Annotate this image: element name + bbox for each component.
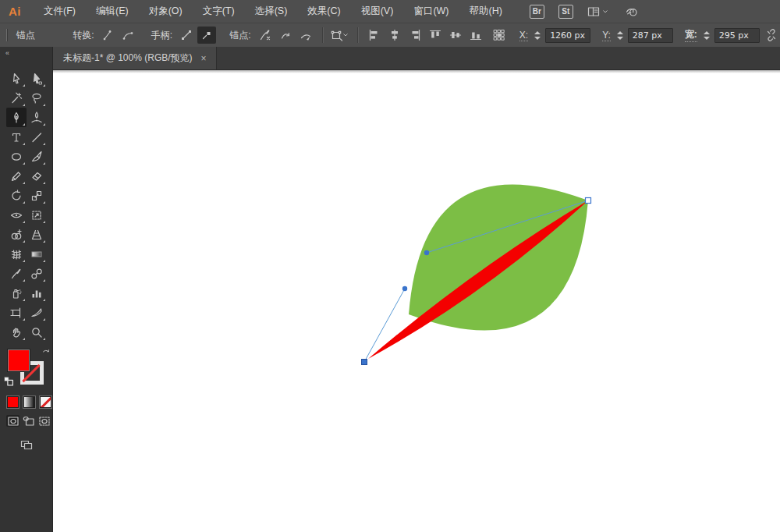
symbol-sprayer-tool[interactable] [6,283,27,303]
panel-grip[interactable] [6,29,7,41]
width-input[interactable] [714,28,760,43]
width-stepper[interactable] [704,28,712,42]
direct-selection-tool[interactable] [27,69,47,88]
rotate-tool[interactable] [6,186,27,205]
lasso-tool[interactable] [27,88,47,108]
artboard-tool[interactable] [6,303,27,322]
gradient-tool[interactable] [27,244,47,264]
convert-smooth-icon [122,29,134,41]
align-right-button[interactable] [406,27,424,44]
y-stepper[interactable] [617,28,626,42]
y-input[interactable] [628,28,673,43]
convert-buttons [98,27,138,44]
menu-item[interactable]: 效果(C) [297,0,350,23]
gradient-button[interactable] [23,396,35,408]
pen-tool[interactable] [6,108,27,127]
paintbrush-tool-icon [30,151,43,163]
hide-handles-button[interactable] [197,27,216,44]
close-icon[interactable]: × [201,54,207,63]
bezier-handle-dot[interactable] [424,250,429,255]
convert-corner-icon [101,29,114,41]
constrain-proportions-button[interactable] [764,27,779,44]
drawing-mode-row [0,415,52,427]
menu-item[interactable]: 对象(O) [139,0,193,23]
publish-icon[interactable] [623,4,640,20]
menu-item[interactable]: 选择(S) [245,0,298,23]
x-stepper[interactable] [534,28,543,42]
show-handles-button[interactable] [177,27,196,44]
draw-normal-button[interactable] [6,415,20,427]
hand-tool[interactable] [6,322,27,342]
width-tool[interactable] [6,205,27,225]
connect-path-button[interactable] [276,27,295,44]
smooth-path-button[interactable] [296,27,315,44]
workspace-switcher[interactable] [587,5,609,18]
draw-behind-button[interactable] [22,415,35,427]
width-label[interactable]: 宽: [685,28,697,42]
menu-item[interactable]: 文件(F) [34,0,86,23]
free-transform-tool[interactable] [27,205,47,225]
separator [357,27,358,43]
align-bottom-button[interactable] [466,27,485,44]
fill-swatch[interactable] [7,349,30,372]
shape-builder-tool[interactable] [6,225,27,244]
pencil-tool[interactable] [6,166,27,186]
align-middle-button[interactable] [446,27,465,44]
menu-item[interactable]: 视图(V) [351,0,404,23]
anchor-point-selected[interactable] [362,360,367,365]
anchor-point[interactable] [586,198,591,204]
cut-path-button[interactable] [256,27,275,44]
bounding-box-button[interactable] [329,27,350,44]
color-fill-button[interactable] [7,396,19,408]
scale-tool[interactable] [27,186,47,205]
ellipse-tool[interactable] [6,147,27,166]
color-mode-row [0,396,52,408]
magic-wand-tool[interactable] [6,88,27,108]
x-field-group: X: [516,28,590,43]
zoom-tool[interactable] [27,322,47,342]
screen-mode-icon[interactable] [18,437,35,452]
x-input[interactable] [545,28,590,43]
selection-tool[interactable] [6,69,27,88]
convert-to-smooth-button[interactable] [119,27,137,44]
draw-inside-button[interactable] [37,415,51,427]
ellipse-tool-icon [10,151,23,163]
reference-point-button[interactable] [492,27,507,44]
mesh-tool[interactable] [6,244,27,264]
bezier-handle-dot[interactable] [402,286,407,291]
paintbrush-tool[interactable] [27,147,47,166]
bezier-handle-line [364,289,405,362]
column-graph-tool[interactable] [27,283,47,303]
slice-tool[interactable] [27,303,47,322]
curvature-tool[interactable] [27,108,47,127]
line-segment-tool[interactable] [27,127,47,147]
y-label[interactable]: Y: [602,30,611,41]
align-center-button[interactable] [385,27,404,44]
default-swatches-icon[interactable] [4,376,14,386]
align-buttons [364,27,486,44]
curvature-tool-icon [30,112,43,124]
align-top-button[interactable] [426,27,445,44]
menu-item[interactable]: 帮助(H) [459,0,512,23]
collapse-chevrons-icon[interactable]: « [0,47,52,59]
document-tab-title: 未标题-1* @ 100% (RGB/预览) [63,51,193,65]
perspective-grid-tool[interactable] [27,225,47,244]
x-label[interactable]: X: [519,30,528,41]
canvas[interactable] [53,70,780,532]
swap-fill-stroke-icon[interactable] [41,348,51,358]
menu-item[interactable]: 文字(T) [193,0,245,23]
stock-button[interactable]: St [558,5,573,19]
eraser-tool[interactable] [27,166,47,186]
menu-item[interactable]: 编辑(E) [86,0,139,23]
blend-tool[interactable] [27,264,47,283]
width-field-group: 宽: [681,28,760,43]
type-tool[interactable] [6,127,27,147]
document-tab[interactable]: 未标题-1* @ 100% (RGB/预览) × [53,47,217,69]
bridge-button[interactable]: Br [530,5,544,19]
eyedropper-tool[interactable] [6,264,27,283]
menu-items: 文件(F)编辑(E)对象(O)文字(T)选择(S)效果(C)视图(V)窗口(W)… [34,0,512,23]
menu-item[interactable]: 窗口(W) [403,0,459,23]
none-button[interactable] [40,396,51,408]
align-left-button[interactable] [365,27,384,44]
convert-to-corner-button[interactable] [98,27,117,44]
